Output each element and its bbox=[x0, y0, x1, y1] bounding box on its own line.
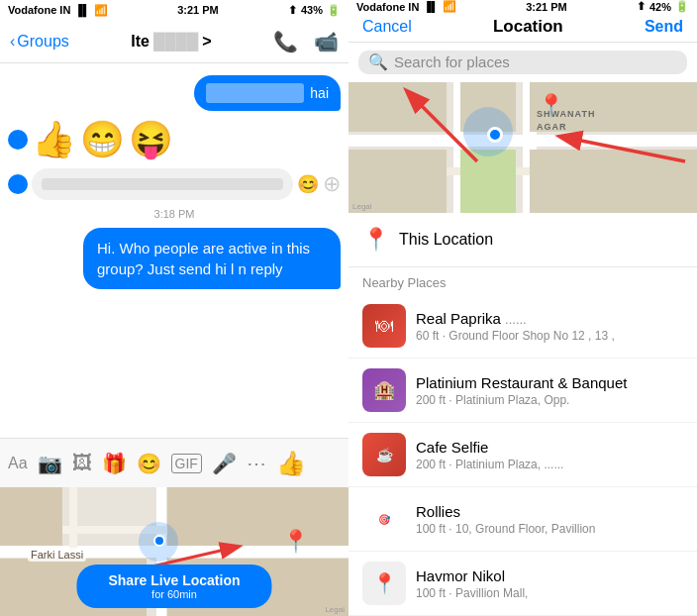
havmor-name: Havmor Nikol bbox=[416, 567, 683, 584]
this-location-row[interactable]: 📍 This Location bbox=[348, 213, 697, 267]
right-signal-icon: ▐▌ bbox=[423, 1, 439, 13]
cafe-detail: 200 ft · Platinium Plaza, ...... bbox=[416, 458, 683, 471]
left-nav: ‹ Groups Ite ████ > 📞 📹 bbox=[0, 20, 348, 63]
share-live-sub: for 60min bbox=[108, 588, 240, 600]
gif-button[interactable]: GIF bbox=[171, 454, 202, 473]
bubble-long-text: Hi. Who people are active in this group?… bbox=[97, 240, 310, 277]
right-time: 3:21 PM bbox=[526, 1, 567, 13]
input-like-row: 😊 ⊕ bbox=[8, 168, 341, 200]
left-signal-icon: ▐▌ bbox=[74, 4, 90, 16]
mic-icon[interactable]: 🎤 bbox=[212, 452, 237, 475]
left-carrier: Vodafone IN bbox=[8, 4, 70, 16]
messages-area[interactable]: ████ hai 👍 😁 😝 😊 ⊕ 3:18 PM Hi. Who peopl… bbox=[0, 63, 348, 438]
map-preview[interactable]: Farki Lassi 📍 Legal Share Live Location … bbox=[0, 487, 348, 616]
add-icon: ⊕ bbox=[323, 171, 341, 197]
right-nav: Cancel Location Send bbox=[348, 13, 697, 42]
paprika-info: Real Paprika ...... 60 ft · Ground Floor… bbox=[416, 310, 683, 343]
havmor-detail: 100 ft · Pavillion Mall, bbox=[416, 586, 683, 600]
place-row-cafe[interactable]: ☕ Cafe Selfie 200 ft · Platinium Plaza, … bbox=[348, 423, 697, 487]
emoji-silly: 😝 bbox=[129, 119, 173, 160]
platinium-thumb: 🏨 bbox=[362, 368, 406, 412]
left-battery-icon: 🔋 bbox=[327, 4, 341, 17]
left-gps-icon: ⬆ bbox=[288, 4, 297, 17]
send-button[interactable]: Send bbox=[645, 18, 683, 36]
havmor-info: Havmor Nikol 100 ft · Pavillion Mall, bbox=[416, 567, 683, 600]
phone-icon[interactable]: 📞 bbox=[273, 30, 298, 53]
paprika-name-suffix: ...... bbox=[505, 312, 527, 327]
search-placeholder: Search for places bbox=[394, 53, 510, 70]
paprika-thumb: 🍽 bbox=[362, 304, 406, 348]
this-location-text: This Location bbox=[399, 231, 493, 249]
right-status-right: ⬆ 42% 🔋 bbox=[637, 0, 689, 13]
emoji-toolbar-icon[interactable]: 😊 bbox=[137, 452, 161, 475]
rollies-info: Rollies 100 ft · 10, Ground Floor, Pavil… bbox=[416, 503, 683, 536]
right-status-bar: Vodafone IN ▐▌ 📶 3:21 PM ⬆ 42% 🔋 bbox=[348, 0, 697, 13]
react-indicator-2 bbox=[8, 174, 28, 194]
react-indicator bbox=[8, 130, 28, 150]
share-live-label: Share Live Location bbox=[108, 572, 240, 588]
back-button[interactable]: ‹ Groups bbox=[10, 33, 69, 51]
bubble-censored: ████ hai bbox=[194, 75, 341, 111]
emoji-smile: 😊 bbox=[297, 173, 319, 195]
thumbsup-icon[interactable]: 👍 bbox=[276, 450, 306, 477]
place-row-paprika[interactable]: 🍽 Real Paprika ...... 60 ft · Ground Flo… bbox=[348, 294, 697, 359]
camera-icon[interactable]: 📷 bbox=[38, 452, 62, 475]
search-icon: 🔍 bbox=[368, 52, 388, 71]
this-location-pin-icon: 📍 bbox=[362, 227, 389, 253]
map-block-2 bbox=[0, 487, 62, 546]
map-tile: SHWANATHAGAR bbox=[348, 82, 697, 213]
platinium-name: Platinium Restaurant & Banquet bbox=[416, 374, 683, 391]
right-gps-icon: ⬆ bbox=[637, 0, 646, 13]
nav-icons: 📞 📹 bbox=[273, 30, 339, 53]
pin-icon-map: 📍 bbox=[282, 529, 309, 555]
right-wifi-icon: 📶 bbox=[443, 0, 456, 13]
right-battery-icon: 🔋 bbox=[675, 0, 689, 13]
nav-title-censored: ████ bbox=[153, 33, 198, 51]
more-icon[interactable]: ⋯ bbox=[247, 452, 266, 475]
photo-icon[interactable]: 🖼 bbox=[72, 452, 92, 474]
nearby-places-header: Nearby Places bbox=[348, 267, 697, 294]
chat-title-text: Ite bbox=[131, 33, 149, 51]
check-icon: ✓ bbox=[347, 271, 348, 285]
cafe-info: Cafe Selfie 200 ft · Platinium Plaza, ..… bbox=[416, 439, 683, 471]
left-status-right: ⬆ 43% 🔋 bbox=[288, 4, 341, 17]
search-bar[interactable]: 🔍 Search for places bbox=[358, 51, 687, 74]
right-battery: 42% bbox=[649, 1, 671, 13]
location-title: Location bbox=[493, 17, 563, 37]
share-live-button[interactable]: Share Live Location for 60min bbox=[76, 565, 271, 608]
platinium-info: Platinium Restaurant & Banquet 200 ft · … bbox=[416, 374, 683, 407]
farki-label: Farki Lassi bbox=[28, 548, 86, 562]
cafe-thumb: ☕ bbox=[362, 433, 406, 476]
cafe-name: Cafe Selfie bbox=[416, 439, 683, 456]
input-toolbar: Aa 📷 🖼 🎁 😊 GIF 🎤 ⋯ 👍 bbox=[0, 438, 348, 487]
emoji-row: 👍 😁 😝 bbox=[8, 119, 341, 160]
location-map[interactable]: SHWANATHAGAR 📍 Legal bbox=[348, 82, 697, 213]
emoji-thumbsup: 👍 bbox=[32, 119, 76, 160]
cancel-button[interactable]: Cancel bbox=[362, 18, 412, 36]
place-row-rollies[interactable]: 🎯 Rollies 100 ft · 10, Ground Floor, Pav… bbox=[348, 487, 697, 552]
rollies-name: Rollies bbox=[416, 503, 683, 520]
r-blue-dot bbox=[487, 127, 503, 143]
chevron-left-icon: ‹ bbox=[10, 33, 15, 51]
video-icon[interactable]: 📹 bbox=[314, 30, 339, 53]
right-panel: Vodafone IN ▐▌ 📶 3:21 PM ⬆ 42% 🔋 Cancel … bbox=[348, 0, 697, 616]
paprika-detail: 60 ft · Ground Floor Shop No 12 , 13 , bbox=[416, 329, 683, 343]
map-legal-left: Legal bbox=[325, 605, 345, 614]
havmor-pin-icon: 📍 bbox=[372, 571, 397, 595]
left-status-left: Vodafone IN ▐▌ 📶 bbox=[8, 4, 108, 17]
right-carrier: Vodafone IN bbox=[356, 1, 419, 13]
place-row-platinium[interactable]: 🏨 Platinium Restaurant & Banquet 200 ft … bbox=[348, 359, 697, 423]
message-bubble-censored: ████ hai bbox=[8, 75, 341, 111]
message-long: Hi. Who people are active in this group?… bbox=[8, 228, 341, 289]
timestamp: 3:18 PM bbox=[8, 208, 341, 220]
left-battery: 43% bbox=[301, 4, 323, 16]
bubble-long: Hi. Who people are active in this group?… bbox=[83, 228, 341, 289]
left-wifi-icon: 📶 bbox=[94, 4, 108, 17]
rollies-thumb: 🎯 bbox=[362, 497, 406, 541]
r-park bbox=[460, 150, 516, 213]
left-status-bar: Vodafone IN ▐▌ 📶 3:21 PM ⬆ 43% 🔋 bbox=[0, 0, 348, 20]
place-row-havmor[interactable]: 📍 Havmor Nikol 100 ft · Pavillion Mall, bbox=[348, 552, 697, 616]
gift-icon[interactable]: 🎁 bbox=[102, 452, 127, 475]
back-label: Groups bbox=[17, 33, 68, 51]
r-red-pin: 📍 bbox=[538, 93, 564, 119]
